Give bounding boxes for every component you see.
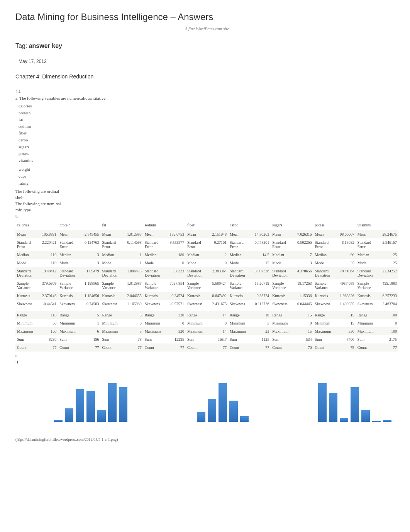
chapter-heading: Chapter 4: Dimension Reduction xyxy=(15,73,398,80)
nominal-label: The following are nominal xyxy=(15,201,398,206)
question-c: c xyxy=(15,353,398,358)
variable-list-2: weightcupsrating xyxy=(19,166,398,187)
question-b: b. xyxy=(15,214,398,218)
question-i: i) xyxy=(15,359,398,364)
post-date: May 17, 2012 xyxy=(19,59,398,64)
chart-row xyxy=(54,376,398,422)
question-a: a. The following variables are numerical… xyxy=(15,96,398,100)
page-title: Data Mining for Business Intelligence – … xyxy=(15,12,398,22)
ordinal-value: shelf xyxy=(15,195,398,200)
stats-table: caloriesproteinfatsodiumfibercarbosugars… xyxy=(15,220,398,352)
image-caption: (hps://dataminingforbi.files.wordpress.… xyxy=(15,437,398,442)
nominal-value: mfr, type xyxy=(15,207,398,212)
ordinal-label: The following are ordinal xyxy=(15,189,398,194)
tagline: A fine WordPress.com site xyxy=(15,26,398,31)
variable-list-1: caloriesproteinfatsodiumfibercarbosugars… xyxy=(19,103,398,164)
tag-heading: Tag: answer key xyxy=(15,42,398,49)
section-number: 4.1 xyxy=(15,89,398,93)
